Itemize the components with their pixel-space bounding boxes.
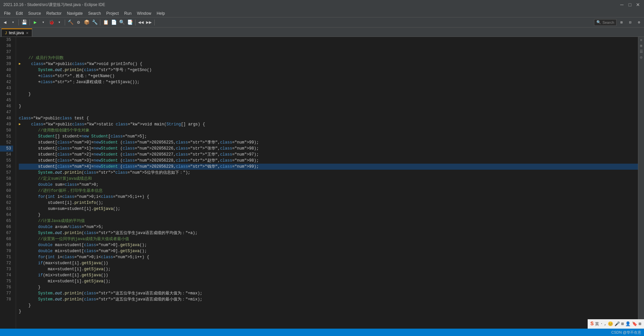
close-button[interactable]: ✕ xyxy=(635,2,641,7)
ime-emoji[interactable]: 😊 xyxy=(608,321,613,327)
toolbar-btn-12[interactable]: ◀◀ xyxy=(137,19,145,26)
tab-bar: J test.java ✕ xyxy=(0,27,644,37)
code-line-53: student[class="num">4]=new Student (clas… xyxy=(19,164,638,170)
code-line-45: class="kw">public class test { xyxy=(19,115,638,121)
toolbar-debug-dropdown[interactable]: ▼ xyxy=(56,19,63,26)
menu-refactor[interactable]: Refactor xyxy=(44,9,64,17)
code-line-43: } xyxy=(19,103,638,109)
toolbar-btn-7[interactable]: 🔧 xyxy=(91,19,98,26)
line-num-74: 74 xyxy=(0,272,13,278)
line-num-51: 51 xyxy=(0,133,13,139)
code-line-74: System.out.println(class="str">"这五位学生jav… xyxy=(19,290,638,296)
toolbar-btn-6[interactable]: 📦 xyxy=(83,19,90,26)
toolbar-btn-9[interactable]: 📄 xyxy=(110,19,117,26)
ime-lang[interactable]: 英 xyxy=(595,321,599,327)
code-line-52: student[class="num">3]=new Student (clas… xyxy=(19,158,638,164)
code-line-61: } xyxy=(19,212,638,218)
minimize-button[interactable]: ─ xyxy=(619,2,625,7)
rs-icon-2[interactable]: ⊞ xyxy=(639,44,644,48)
menu-search[interactable]: Search xyxy=(86,9,104,17)
rs-icon-3[interactable]: ☰ xyxy=(639,49,644,54)
menu-file[interactable]: File xyxy=(1,9,13,17)
line-num-73: 73 xyxy=(0,266,13,272)
search-label: Search xyxy=(602,20,614,24)
code-line-56: double sum=class="num">0; xyxy=(19,182,638,188)
code-line-42 xyxy=(19,97,638,103)
status-bar: CSDN @华不在意 xyxy=(0,329,644,336)
line-num-71: 71 xyxy=(0,254,13,260)
line-num-41: 41 xyxy=(0,73,13,79)
menu-help[interactable]: Help xyxy=(154,9,168,17)
line-num-75: 75 xyxy=(0,278,13,284)
menu-window[interactable]: Window xyxy=(134,9,154,17)
line-num-64: 64 xyxy=(0,212,13,218)
line-num-44: 44 xyxy=(0,91,13,97)
toolbar-btn-11[interactable]: 📑 xyxy=(126,19,133,26)
toolbar-debug-btn[interactable]: 🐞 xyxy=(48,19,55,26)
line-num-38: 38 xyxy=(0,55,13,61)
line-num-52: 52 xyxy=(0,139,13,146)
toolbar-btn-10[interactable]: 🔍 xyxy=(118,19,125,26)
ime-more[interactable]: ⊞ xyxy=(639,321,641,327)
code-line-44 xyxy=(19,109,638,115)
line-num-35: 35 xyxy=(0,37,13,43)
code-line-59: student[i].printInfo(); xyxy=(19,200,638,206)
code-line-71: if(mix>student[i].getSjava()) xyxy=(19,272,638,278)
ime-mic[interactable]: 🎤 xyxy=(614,321,620,327)
code-line-68: for(int i=class="num">0;i<class="num">5;… xyxy=(19,254,638,260)
code-line-66: double max=student[class="num">0].getSja… xyxy=(19,242,638,248)
editor-container: 3536373839404142434445464748495051525354… xyxy=(0,37,644,329)
toolbar-run-btn[interactable]: ▶ xyxy=(32,19,39,26)
toolbar-run-dropdown[interactable]: ▼ xyxy=(40,19,47,26)
toolbar-btn-13[interactable]: ▶▶ xyxy=(145,19,153,26)
toolbar-btn-8[interactable]: 📋 xyxy=(102,19,109,26)
line-num-47: 47 xyxy=(0,109,13,115)
line-num-77: 77 xyxy=(0,290,13,296)
line-num-46: 46 xyxy=(0,103,13,109)
code-line-36: ▶ class="kw">public class="kw">void prin… xyxy=(19,61,638,67)
maximize-button[interactable]: □ xyxy=(627,2,633,7)
tab-close-btn[interactable]: ✕ xyxy=(26,31,29,35)
line-num-49: 49 xyxy=(0,121,13,127)
toolbar-views-btn[interactable]: ⊡ xyxy=(627,19,634,26)
ime-grid[interactable]: ⊞ xyxy=(621,321,624,327)
code-line-39: +class="str">"；Java课程成绩："+getSjava()); xyxy=(19,79,638,85)
line-num-67: 67 xyxy=(0,230,13,236)
search-icon: 🔍 xyxy=(596,20,601,24)
rs-icon-4[interactable]: ◎ xyxy=(639,55,644,59)
toolbar-dropdown-btn[interactable]: ▼ xyxy=(9,19,17,26)
ime-user[interactable]: 👤 xyxy=(625,321,631,327)
menu-bar: File Edit Source Refactor Navigate Searc… xyxy=(0,9,644,17)
code-editor[interactable]: // 成员行为中回数▶ class="kw">public class="kw"… xyxy=(16,37,638,329)
code-line-49: student[class="num">0]=new Student (clas… xyxy=(19,139,638,146)
code-line-64: System.out.println(class="str">"这五位学生jav… xyxy=(19,230,638,236)
toolbar-btn-5[interactable]: ⚙ xyxy=(75,19,82,26)
code-line-58: for(int i=class="num">0;i<class="num">5;… xyxy=(19,194,638,200)
title-bar: 2021.10.16 - Student/src/课堂练习/test.java … xyxy=(0,0,644,9)
line-num-72: 72 xyxy=(0,260,13,266)
ime-bookmark[interactable]: 🔖 xyxy=(632,321,637,327)
toolbar-settings-btn[interactable]: ⚙ xyxy=(635,19,643,26)
toolbar: ◀ ▼ 💾 ▶ ▼ 🐞 ▼ 🔨 ⚙ 📦 🔧 📋 📄 🔍 📑 ◀◀ ▶▶ 🔍 Se… xyxy=(0,17,644,27)
toolbar-perspectives-btn[interactable]: ⊞ xyxy=(618,19,625,26)
menu-navigate[interactable]: Navigate xyxy=(64,9,85,17)
menu-project[interactable]: Project xyxy=(104,9,121,17)
toolbar-save-btn[interactable]: 💾 xyxy=(20,19,28,26)
rs-icon-1[interactable]: ≡ xyxy=(639,38,644,42)
line-num-66: 66 xyxy=(0,224,13,230)
line-numbers: 3536373839404142434445464748495051525354… xyxy=(0,37,16,329)
toolbar-btn-4[interactable]: 🔨 xyxy=(67,19,74,26)
menu-run[interactable]: Run xyxy=(121,9,134,17)
menu-edit[interactable]: Edit xyxy=(13,9,25,17)
line-num-53: 53 xyxy=(0,146,13,152)
search-bar[interactable]: 🔍 Search xyxy=(594,19,616,26)
toolbar-right: 🔍 Search ⊞ ⊡ ⚙ xyxy=(594,19,643,26)
menu-source[interactable]: Source xyxy=(25,9,44,17)
line-num-60: 60 xyxy=(0,188,13,194)
toolbar-back-btn[interactable]: ◀ xyxy=(1,19,9,26)
tab-test-java[interactable]: J test.java ✕ xyxy=(1,29,32,37)
line-num-48: 48 xyxy=(0,115,13,121)
line-num-58: 58 xyxy=(0,176,13,182)
line-num-63: 63 xyxy=(0,206,13,212)
code-line-78 xyxy=(19,315,638,321)
